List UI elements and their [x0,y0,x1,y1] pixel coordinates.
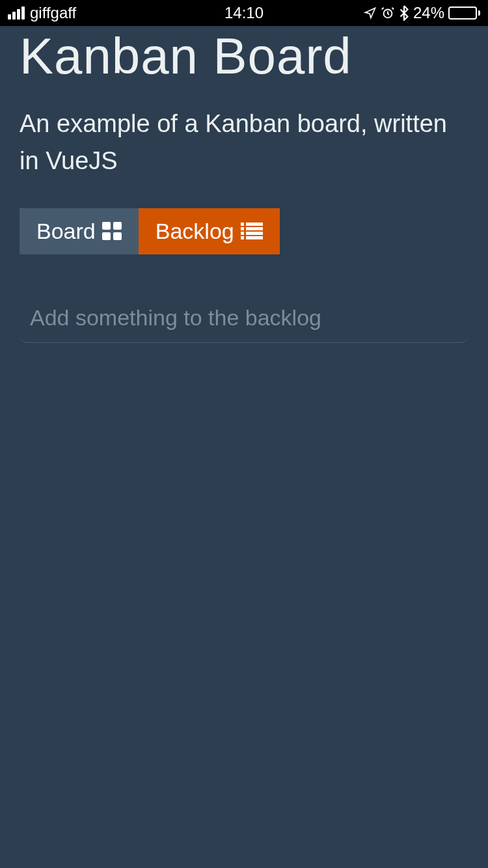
svg-rect-6 [246,223,263,226]
location-arrow-icon [364,7,377,20]
tab-board[interactable]: Board [20,208,139,254]
alarm-clock-icon [381,6,395,20]
tab-board-label: Board [36,219,96,244]
battery-icon [448,7,480,20]
page-subtitle: An example of a Kanban board, written in… [20,105,468,180]
carrier-label: giffgaff [30,4,76,22]
status-bar: giffgaff 14:10 24% [0,0,488,26]
list-icon [241,223,263,239]
svg-rect-2 [113,222,122,230]
svg-rect-12 [246,236,263,239]
svg-rect-4 [113,232,122,240]
add-input-container [20,296,468,343]
svg-rect-7 [241,227,244,230]
tab-backlog-label: Backlog [156,219,234,244]
svg-rect-8 [246,227,263,230]
tab-row: Board Backlog [20,208,468,254]
svg-rect-3 [102,232,111,240]
svg-rect-11 [241,236,244,239]
status-right: 24% [364,4,480,22]
page-title: Kanban Board [20,29,468,85]
svg-rect-5 [241,223,244,226]
status-left: giffgaff [8,4,76,22]
battery-percent-label: 24% [413,4,444,22]
svg-rect-1 [102,222,111,230]
main-content: Kanban Board An example of a Kanban boar… [0,29,488,343]
svg-rect-9 [241,232,244,235]
grid-icon [102,222,122,240]
signal-strength-icon [8,7,25,20]
svg-rect-10 [246,232,263,235]
add-backlog-input[interactable] [20,296,468,343]
bluetooth-icon [399,5,409,21]
clock-label: 14:10 [224,4,264,22]
tab-backlog[interactable]: Backlog [139,208,280,254]
